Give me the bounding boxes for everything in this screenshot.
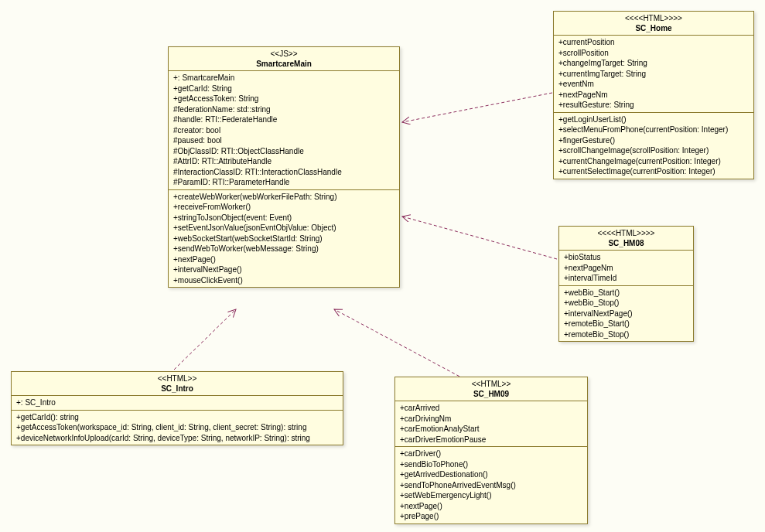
attribute-row: #paused: bool bbox=[173, 135, 394, 146]
operation-row: +fingerGesture() bbox=[558, 135, 749, 146]
attribute-row: +intervalTimeId bbox=[564, 273, 688, 284]
attribute-row: +resultGesture: String bbox=[558, 100, 749, 111]
operation-row: +currentChangeImage(currentPosition: Int… bbox=[558, 156, 749, 167]
operation-row: +sendBioToPhone() bbox=[400, 459, 582, 470]
class-sc-home[interactable]: <<<<HTML>>>> SC_Home +currentPosition+sc… bbox=[553, 11, 754, 179]
attribute-row: +getAccessToken: String bbox=[173, 94, 394, 104]
attribute-row: +scrollPosition bbox=[558, 48, 749, 59]
operation-row: +getLoginUserList() bbox=[558, 114, 749, 125]
operation-row: +selectMenuFromPhone(currentPosition: In… bbox=[558, 124, 749, 135]
operation-row: +mouseClickEvent() bbox=[173, 275, 394, 286]
attribute-row: +nextPageNm bbox=[558, 90, 749, 101]
operation-row: +receiveFromWorker() bbox=[173, 202, 394, 213]
operation-row: +currentSelectImage(currentPosition: Int… bbox=[558, 166, 749, 177]
class-name: SC_Intro bbox=[16, 384, 338, 394]
stereotype: <<HTML>> bbox=[400, 379, 582, 389]
operations-section: +getCarId(): string+getAccessToken(works… bbox=[12, 411, 343, 445]
attribute-row: +carDriverEmotionPause bbox=[400, 435, 582, 445]
operations-section: +carDriver()+sendBioToPhone()+getArrived… bbox=[395, 447, 587, 523]
operation-row: +getCarId(): string bbox=[16, 412, 338, 423]
svg-line-0 bbox=[402, 93, 552, 122]
operation-row: +getAccessToken(workspace_id: String, cl… bbox=[16, 422, 338, 433]
attribute-row: +carEmotionAnalyStart bbox=[400, 424, 582, 435]
attribute-row: +: SC_Intro bbox=[16, 397, 338, 408]
operation-row: +sendToPhoneArrivedEventMsg() bbox=[400, 480, 582, 491]
operation-row: +scrollChangeImage(scrollPosition: Integ… bbox=[558, 145, 749, 156]
class-sc-hm08[interactable]: <<<<HTML>>>> SC_HM08 +bioStatus+nextPage… bbox=[558, 226, 694, 342]
operation-row: +nextPage() bbox=[400, 501, 582, 512]
class-header: <<<<HTML>>>> SC_HM08 bbox=[559, 227, 693, 251]
attribute-row: +changeImgTarget: String bbox=[558, 58, 749, 69]
stereotype: <<<<HTML>>>> bbox=[564, 228, 688, 238]
class-header: <<<<HTML>>>> SC_Home bbox=[554, 12, 753, 36]
class-header: <<HTML>> SC_HM09 bbox=[395, 377, 587, 401]
attributes-section: +: SC_Intro bbox=[12, 396, 343, 411]
attribute-row: +getCarId: String bbox=[173, 84, 394, 94]
attribute-row: +currentImgTarget: String bbox=[558, 69, 749, 80]
attributes-section: +bioStatus+nextPageNm+intervalTimeId bbox=[559, 251, 693, 286]
attribute-row: +carArrived bbox=[400, 403, 582, 414]
stereotype: <<<<HTML>>>> bbox=[558, 13, 749, 23]
operations-section: +createWebWorker(webWorkerFilePath: Stri… bbox=[169, 190, 399, 288]
attribute-row: +carDrivingNm bbox=[400, 414, 582, 425]
operation-row: +setEventJsonValue(jsonEvntObjValue: Obj… bbox=[173, 223, 394, 234]
class-smartcaremain[interactable]: <<JS>> SmartcareMain +: SmartcareMain+ge… bbox=[168, 46, 400, 288]
svg-line-1 bbox=[402, 217, 557, 259]
operation-row: +nextPage() bbox=[173, 254, 394, 265]
operation-row: +createWebWorker(webWorkerFilePath: Stri… bbox=[173, 192, 394, 203]
class-header: <<HTML>> SC_Intro bbox=[12, 372, 343, 396]
attribute-row: #ParamID: RTI::ParameterHandle bbox=[173, 177, 394, 188]
class-name: SC_HM08 bbox=[564, 238, 688, 248]
operation-row: +webSocketStart(webSocketStartId: String… bbox=[173, 234, 394, 244]
operation-row: +stringToJsonObject(event: Event) bbox=[173, 213, 394, 223]
attribute-row: #ObjClassID: RTI::ObjectClassHandle bbox=[173, 146, 394, 157]
class-name: SC_Home bbox=[558, 23, 749, 33]
operation-row: +remoteBio_Stop() bbox=[564, 329, 688, 340]
operations-section: +getLoginUserList()+selectMenuFromPhone(… bbox=[554, 113, 753, 179]
attribute-row: +bioStatus bbox=[564, 252, 688, 263]
operation-row: +intervalNextPage() bbox=[564, 309, 688, 319]
attribute-row: +currentPosition bbox=[558, 37, 749, 48]
svg-line-2 bbox=[334, 309, 464, 379]
operation-row: +deviceNetworkInfoUpload(carId: String, … bbox=[16, 433, 338, 444]
class-name: SmartcareMain bbox=[173, 59, 394, 69]
operation-row: +webBio_Stop() bbox=[564, 298, 688, 309]
class-sc-hm09[interactable]: <<HTML>> SC_HM09 +carArrived+carDrivingN… bbox=[394, 377, 588, 524]
class-name: SC_HM09 bbox=[400, 389, 582, 399]
attribute-row: #federationName: std::string bbox=[173, 104, 394, 115]
attribute-row: +: SmartcareMain bbox=[173, 73, 394, 84]
operation-row: +webBio_Start() bbox=[564, 288, 688, 298]
attributes-section: +: SmartcareMain+getCarId: String+getAcc… bbox=[169, 71, 399, 190]
attributes-section: +carArrived+carDrivingNm+carEmotionAnaly… bbox=[395, 401, 587, 447]
attribute-row: #creator: bool bbox=[173, 125, 394, 136]
operations-section: +webBio_Start()+webBio_Stop()+intervalNe… bbox=[559, 286, 693, 342]
svg-line-3 bbox=[174, 309, 236, 370]
operation-row: +intervalNextPage() bbox=[173, 264, 394, 275]
operation-row: +sendWebToWorker(webMessage: String) bbox=[173, 244, 394, 254]
attributes-section: +currentPosition+scrollPosition+changeIm… bbox=[554, 36, 753, 113]
class-header: <<JS>> SmartcareMain bbox=[169, 47, 399, 71]
stereotype: <<JS>> bbox=[173, 49, 394, 59]
operation-row: +prePage() bbox=[400, 511, 582, 522]
attribute-row: #handle: RTI::FederateHandle bbox=[173, 114, 394, 125]
attribute-row: +nextPageNm bbox=[564, 263, 688, 274]
attribute-row: +eventNm bbox=[558, 79, 749, 90]
attribute-row: #InteractionClassID: RTI::InteractionCla… bbox=[173, 167, 394, 178]
operation-row: +getArrivedDestionation() bbox=[400, 469, 582, 480]
operation-row: +carDriver() bbox=[400, 448, 582, 459]
stereotype: <<HTML>> bbox=[16, 373, 338, 384]
class-sc-intro[interactable]: <<HTML>> SC_Intro +: SC_Intro +getCarId(… bbox=[11, 371, 343, 445]
attribute-row: #AttrID: RTI::AttributeHandle bbox=[173, 156, 394, 167]
operation-row: +setWebEmergencyLight() bbox=[400, 490, 582, 501]
operation-row: +remoteBio_Start() bbox=[564, 319, 688, 329]
